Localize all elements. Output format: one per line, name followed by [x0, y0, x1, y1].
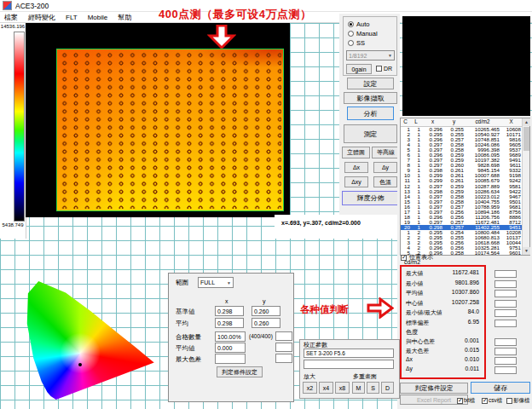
annotation-judgment-note: 各种值判断	[300, 303, 350, 316]
dr-checkbox-icon	[376, 66, 382, 72]
col-l: L	[412, 118, 423, 126]
table-cell: 9601	[501, 251, 523, 255]
colorbar-max-value: 14536.196	[0, 24, 26, 29]
multi-d-button[interactable]: D	[381, 382, 394, 394]
txt-checkbox-label: txt檔	[464, 397, 475, 405]
max-color-diff-limit-field[interactable]	[275, 354, 292, 363]
stat-limit-field[interactable]	[494, 357, 517, 365]
zoom-x4-button[interactable]: x4	[319, 382, 333, 394]
stat-limit-field[interactable]	[494, 290, 517, 297]
image-checkbox-label: 影像檔	[513, 397, 530, 405]
pass-percent-field[interactable]: 100.00%	[215, 331, 246, 342]
stat-label: 標準偏差	[406, 319, 429, 327]
stat-row: Δy0.011	[406, 366, 479, 372]
zoom-group-label: 放大	[304, 372, 315, 381]
color-temp-button[interactable]: 色溫	[373, 176, 397, 187]
exposure-select[interactable]: 1/8192 ▼	[346, 50, 395, 60]
menu-mobile[interactable]: Mobile	[88, 14, 108, 21]
pass-count-label: 合格數量	[176, 333, 201, 342]
mean-limit-field[interactable]	[275, 343, 292, 352]
exposure-group: Auto Manual SS 1/8192 ▼ 0gain DR	[343, 16, 397, 76]
menu-file[interactable]: 檔案	[4, 13, 18, 22]
reference-y-field[interactable]: 0.260	[252, 306, 280, 316]
csv-file-checkbox[interactable]: csv檔	[482, 397, 502, 405]
contour-button[interactable]: 等高線	[372, 147, 400, 158]
luminance-colorbar	[14, 32, 25, 222]
multi-s-button[interactable]: S	[367, 382, 379, 394]
judge-condition-button[interactable]: 判定條件設定	[400, 383, 468, 394]
calibration-extra-field[interactable]	[304, 360, 394, 369]
image-capture-button[interactable]: 影像擷取	[344, 92, 397, 104]
stat-label: Δx	[406, 356, 413, 362]
table-cell: 0.258	[444, 251, 466, 255]
stat-value: 0.001	[465, 337, 479, 346]
zero-gain-button[interactable]: 0gain	[346, 64, 372, 74]
calibration-set-field[interactable]: SET 3-200 F5.6	[304, 349, 394, 358]
stat-row: 與中心色差0.001	[406, 337, 479, 346]
luminance-distribution-button[interactable]: 輝度分佈	[342, 191, 399, 205]
zoom-x2-button[interactable]: x2	[303, 382, 317, 394]
range-judge-condition-button[interactable]: 判定條件設定	[217, 366, 263, 377]
delta-xy-button[interactable]: Δxy	[344, 176, 368, 187]
txt-checkbox-icon	[457, 398, 463, 404]
stats-section-cdm2: cd/m2	[404, 259, 420, 265]
stat-row: 最小値9801.896	[406, 279, 479, 288]
range-select[interactable]: FULL ▼	[198, 277, 234, 288]
col-y: y	[444, 118, 466, 126]
view-3d-button[interactable]: 立體圖	[342, 147, 370, 158]
radio-auto[interactable]: Auto	[348, 20, 369, 28]
dr-checkbox[interactable]: DR	[376, 66, 392, 72]
luminance-heatmap[interactable]	[56, 49, 284, 211]
settings-button[interactable]: 設定	[347, 78, 394, 89]
delta-y-button[interactable]: Δy	[373, 162, 397, 173]
stat-label: 最大色差	[406, 347, 429, 355]
stat-limit-field[interactable]	[494, 309, 517, 317]
image-file-checkbox[interactable]: 影像檔	[506, 397, 530, 405]
annotation-right-arrow-icon	[367, 297, 394, 319]
scrollbar-thumb[interactable]	[523, 127, 529, 151]
measure-button[interactable]: 測定	[344, 124, 397, 143]
reference-x-field[interactable]: 0.298	[215, 306, 244, 316]
multi-m-button[interactable]: M	[352, 382, 365, 394]
radio-ss[interactable]: SS	[348, 39, 365, 47]
annotation-down-arrow-icon	[207, 25, 236, 49]
range-select-value: FULL	[200, 279, 215, 285]
stat-label: 中心値	[406, 299, 423, 308]
stat-label: 與中心色差	[406, 337, 435, 346]
camera-preview	[402, 16, 530, 116]
zoom-x8-button[interactable]: x8	[335, 382, 350, 394]
menu-help[interactable]: 幫助	[118, 13, 131, 22]
radio-manual[interactable]: Manual	[348, 30, 378, 37]
scroll-down-icon[interactable]: ▼	[523, 247, 530, 255]
table-cell: 10174.564	[466, 251, 501, 255]
stat-limit-field[interactable]	[494, 320, 517, 327]
stat-limit-field[interactable]	[494, 366, 517, 374]
stat-row: 中心値10207.258	[406, 299, 479, 308]
stat-limit-field[interactable]	[494, 338, 517, 346]
txt-file-checkbox[interactable]: txt檔	[457, 397, 475, 405]
mean-value-field[interactable]: 0.000	[215, 343, 246, 353]
menu-timelapse[interactable]: 經時變化	[28, 13, 55, 22]
stat-limit-field[interactable]	[494, 280, 517, 288]
pass-limit-field[interactable]	[275, 331, 292, 341]
average-x-field[interactable]: 0.298	[215, 318, 244, 328]
stat-limit-field[interactable]	[494, 348, 517, 355]
reference-label: 基準値	[176, 308, 195, 316]
stat-value: 0.011	[465, 366, 479, 372]
stat-limit-field[interactable]	[494, 270, 517, 278]
stat-limit-field[interactable]	[494, 300, 517, 308]
table-scrollbar[interactable]: ▲ ▼	[522, 118, 529, 255]
menu-flt[interactable]: FLT	[66, 14, 78, 21]
save-button[interactable]: 儲存	[471, 382, 530, 394]
average-y-field[interactable]: 0.260	[252, 318, 280, 328]
stat-label: Δy	[406, 366, 413, 372]
csv-checkbox-icon	[482, 398, 488, 404]
stat-value: 10207.258	[452, 299, 479, 308]
delta-x-button[interactable]: Δx	[344, 162, 368, 173]
col-c: C	[401, 118, 412, 126]
col-cdm2: cd/m2	[466, 118, 501, 126]
scroll-up-icon[interactable]: ▲	[523, 118, 530, 126]
max-color-diff-field[interactable]	[215, 354, 246, 364]
analyze-button[interactable]: 分析	[347, 107, 394, 120]
stats-section-chroma: 色度	[406, 328, 418, 337]
